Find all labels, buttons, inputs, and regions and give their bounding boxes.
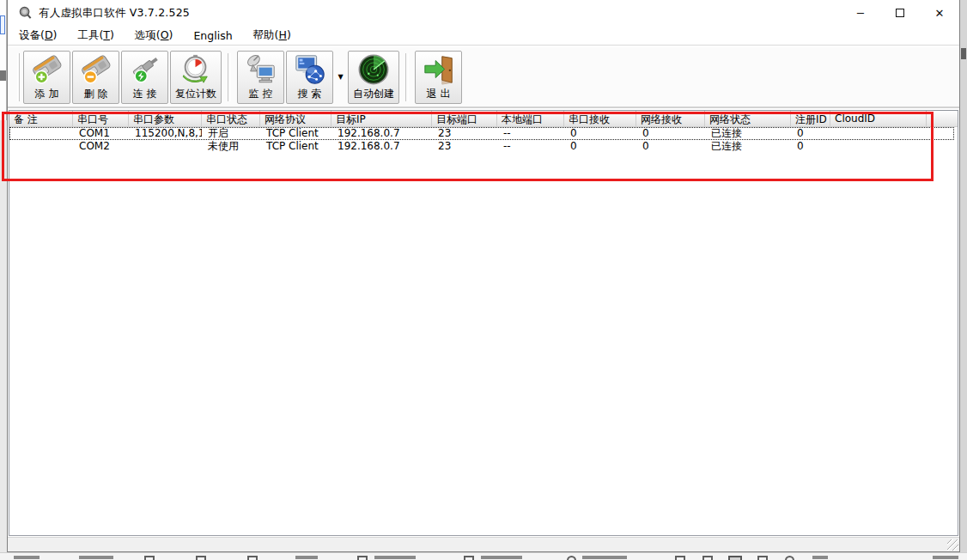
cropped-toolbar-icon <box>196 556 206 560</box>
connector-power-icon <box>129 53 161 86</box>
cell-net-status: 已连接 <box>705 127 791 140</box>
column-header-remark[interactable]: 备 注 <box>9 111 73 126</box>
cropped-toolbar-icon-selected <box>728 556 742 560</box>
menu-english[interactable]: English <box>193 29 232 42</box>
auto-create-button[interactable]: 自动创建 <box>348 51 399 104</box>
search-button[interactable]: 搜 索 <box>286 51 333 104</box>
background-cropped-app-strip <box>0 552 967 560</box>
column-header-net-rx[interactable]: 网络接收 <box>636 111 705 126</box>
cell-net-protocol: TCP Client <box>260 127 331 140</box>
delete-button-label: 删 除 <box>84 87 108 101</box>
port-row-com1[interactable]: COM1 115200,N,8,1 开启 TCP Client 192.168.… <box>9 127 954 140</box>
cell-target-port: 23 <box>432 127 497 140</box>
cell-serial-rx: 0 <box>564 127 636 140</box>
port-list-header: 备 注 串口号 串口参数 串口状态 网络协议 目标IP 目标端口 本地端口 串口… <box>9 111 958 127</box>
maximize-icon <box>896 9 904 17</box>
exit-button[interactable]: 退 出 <box>415 51 462 104</box>
cell-register-id: 0 <box>791 140 830 153</box>
background-desktop-right-sliver <box>959 0 967 560</box>
stopwatch-reset-icon <box>179 53 212 86</box>
column-header-serial-rx[interactable]: 串口接收 <box>564 111 636 126</box>
cropped-toolbar-fragment <box>933 556 958 559</box>
cropped-toolbar-icon <box>357 556 368 560</box>
menu-help[interactable]: 帮助(H) <box>253 28 291 43</box>
background-icon-fragment <box>961 48 966 59</box>
column-header-target-ip[interactable]: 目标IP <box>331 111 432 126</box>
window-title: 有人虚拟串口软件 V3.7.2.525 <box>39 6 190 21</box>
minimize-button[interactable]: ─ <box>841 0 880 26</box>
connect-button-label: 连 接 <box>133 87 157 101</box>
column-header-cloud-id[interactable]: CloudID <box>830 111 927 126</box>
toolbar-separator <box>405 53 409 101</box>
menu-options[interactable]: 选项(O) <box>135 28 173 43</box>
cell-target-ip: 192.168.0.7 <box>331 140 432 153</box>
cropped-toolbar-fragment <box>481 556 522 559</box>
column-header-register-id[interactable]: 注册ID <box>791 111 830 126</box>
background-text-fragment <box>0 70 6 81</box>
cell-net-rx: 0 <box>636 127 705 140</box>
cropped-toolbar-icon <box>567 556 576 560</box>
reset-count-button[interactable]: 复位计数 <box>170 51 222 104</box>
column-header-port-status[interactable]: 串口状态 <box>202 111 260 126</box>
background-window-left-sliver <box>0 0 7 560</box>
cell-local-port: -- <box>497 140 564 153</box>
cell-net-rx: 0 <box>636 140 705 153</box>
cropped-toolbar-fragment <box>374 556 416 559</box>
close-icon: ✕ <box>935 7 945 20</box>
monitor-button-label: 监 控 <box>249 87 273 101</box>
cell-target-ip: 192.168.0.7 <box>331 127 432 140</box>
titlebar[interactable]: 有人虚拟串口软件 V3.7.2.525 ─ ✕ <box>8 0 959 26</box>
exit-door-icon <box>423 53 455 86</box>
device-remove-icon <box>80 53 113 86</box>
port-row-com2[interactable]: COM2 未使用 TCP Client 192.168.0.7 23 -- 0 … <box>9 140 954 153</box>
minimize-icon: ─ <box>857 7 864 20</box>
column-header-com-port[interactable]: 串口号 <box>73 111 129 126</box>
delete-button[interactable]: 删 除 <box>72 51 119 104</box>
monitor-button[interactable]: 监 控 <box>237 51 284 104</box>
column-header-port-params[interactable]: 串口参数 <box>129 111 202 126</box>
column-header-local-port[interactable]: 本地端口 <box>497 111 564 126</box>
add-button-label: 添 加 <box>35 87 59 101</box>
cropped-toolbar-fragment <box>79 556 113 559</box>
cell-register-id: 0 <box>791 127 830 140</box>
search-dropdown-arrow[interactable]: ▼ <box>334 51 347 104</box>
cropped-toolbar-fragment <box>295 556 318 559</box>
toolbar-grip[interactable] <box>17 53 20 101</box>
device-add-icon <box>31 53 64 86</box>
app-logo-icon <box>18 6 33 21</box>
search-button-label: 搜 索 <box>298 87 322 101</box>
background-blue-field-fragment <box>0 15 5 34</box>
toolbar: 添 加 删 除 <box>8 47 959 108</box>
cropped-toolbar-icon <box>757 556 768 560</box>
auto-create-button-label: 自动创建 <box>353 87 394 101</box>
cropped-toolbar-icon <box>675 556 685 560</box>
cropped-toolbar-icon <box>247 556 258 560</box>
menu-device[interactable]: 设备(D) <box>19 28 57 43</box>
column-header-target-port[interactable]: 目标端口 <box>432 111 497 126</box>
port-list: 备 注 串口号 串口参数 串口状态 网络协议 目标IP 目标端口 本地端口 串口… <box>9 110 958 536</box>
cell-com-port: COM2 <box>73 140 129 153</box>
cell-net-protocol: TCP Client <box>260 140 331 153</box>
exit-button-label: 退 出 <box>427 87 451 101</box>
cropped-toolbar-icon <box>464 556 474 560</box>
cell-target-port: 23 <box>432 140 497 153</box>
maximize-button[interactable] <box>880 0 920 26</box>
cell-port-status: 未使用 <box>202 140 260 153</box>
cropped-toolbar-icon <box>702 556 713 560</box>
toolbar-separator <box>228 53 231 101</box>
menu-tools[interactable]: 工具(T) <box>77 28 113 43</box>
cell-net-status: 已连接 <box>705 140 791 153</box>
cell-serial-rx: 0 <box>564 140 636 153</box>
connect-button[interactable]: 连 接 <box>121 51 168 104</box>
column-header-net-status[interactable]: 网络状态 <box>705 111 791 126</box>
column-header-net-protocol[interactable]: 网络协议 <box>260 111 331 126</box>
app-window: 有人虚拟串口软件 V3.7.2.525 ─ ✕ 设备(D) 工具(T) 选项(O… <box>7 0 960 552</box>
close-button[interactable]: ✕ <box>920 0 959 26</box>
cell-port-params: 115200,N,8,1 <box>129 127 202 140</box>
satellite-monitor-icon <box>245 53 277 86</box>
resize-grip[interactable] <box>947 539 958 551</box>
status-bar <box>8 537 959 551</box>
network-search-icon <box>294 53 326 86</box>
add-button[interactable]: 添 加 <box>23 51 70 104</box>
cropped-toolbar-icon <box>144 556 155 560</box>
